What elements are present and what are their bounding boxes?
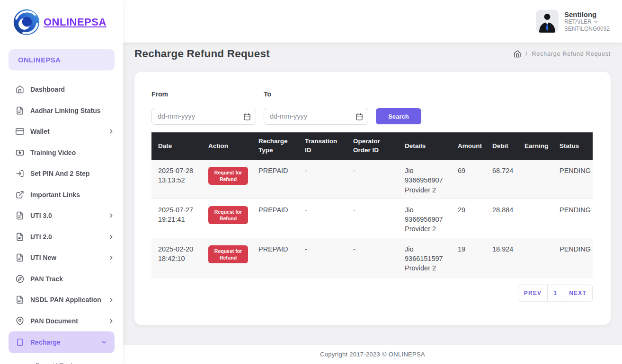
request-refund-button[interactable]: Request forRefund (208, 206, 248, 224)
sidebar-item-uti-20[interactable]: UTI 2.0 (0, 226, 123, 248)
sidebar-item-set-pin[interactable]: Set PIN And 2 Step (0, 163, 123, 184)
col-header-status: Status (553, 132, 593, 160)
cell-earning (518, 238, 553, 277)
request-refund-button[interactable]: Request forRefund (208, 245, 248, 263)
calendar-icon[interactable] (243, 113, 251, 121)
from-date-input[interactable]: dd-mm-yyyy (151, 108, 256, 125)
cell-date: 2025-07-2719:21:41 (151, 199, 202, 238)
col-header-date: Date (151, 132, 202, 160)
col-header-earning: Earning (518, 132, 553, 160)
to-label: To (264, 91, 368, 97)
cell-amount: 19 (451, 238, 486, 277)
cell-transaction-id: - (298, 160, 347, 199)
sidebar-item-label: UTI 2.0 (30, 233, 52, 241)
file-icon (16, 211, 24, 220)
sidebar-item-label: Dashboard (30, 86, 65, 93)
chevron-right-icon (108, 254, 115, 261)
refund-card: From dd-mm-yyyy To dd-mm-yyyy Search (134, 72, 611, 325)
breadcrumb-current: Recharge Refund Request (532, 51, 611, 57)
breadcrumb: / Recharge Refund Request (514, 50, 611, 58)
sidebar-item-uti-30[interactable]: UTI 3.0 (0, 205, 123, 226)
login-icon (16, 169, 24, 178)
sidebar-item-prepaid-recharge[interactable]: Prepaid Recharge (0, 357, 123, 364)
page-title: Recharge Refund Request (134, 48, 270, 60)
content: Recharge Refund Request / Recharge Refun… (123, 43, 622, 344)
col-header-recharge-type: Recharge Type (252, 132, 298, 160)
from-date-placeholder: dd-mm-yyyy (158, 113, 195, 120)
sidebar-item-aadhar-linking-status[interactable]: Aadhar Linking Status (0, 100, 123, 121)
footer: Copyright 2017-2023 © ONLINEPSA (123, 344, 622, 364)
sidebar-item-label: Recharge (30, 338, 61, 346)
next-button[interactable]: NEXT (563, 285, 593, 302)
compass-icon (16, 275, 24, 283)
chevron-down-icon[interactable] (593, 19, 599, 25)
col-header-details: Details (398, 132, 451, 160)
request-refund-button[interactable]: Request forRefund (208, 167, 248, 185)
user-menu[interactable]: Sentilong RETAILER SENTILONG0032 (536, 10, 610, 33)
breadcrumb-separator: / (525, 51, 527, 57)
document-icon (16, 338, 24, 347)
user-id: SENTILONG0032 (564, 26, 610, 33)
cell-status: PENDING (553, 160, 593, 199)
sidebar-item-pan-track[interactable]: PAN Track (0, 269, 123, 290)
cell-transaction-id: - (298, 199, 347, 238)
video-icon (16, 148, 24, 157)
sidebar-item-uti-new[interactable]: UTI New (0, 247, 123, 269)
col-header-operator-order-id: Operator Order ID (347, 132, 398, 160)
from-label: From (151, 91, 256, 97)
sidebar-item-recharge[interactable]: Recharge (9, 331, 115, 353)
sidebar-item-nsdl-pan-application[interactable]: NSDL PAN Application (0, 289, 123, 311)
cell-recharge-type: PREPAID (252, 238, 298, 277)
chevron-right-icon (108, 318, 115, 324)
sidebar-item-label: PAN Document (30, 317, 78, 325)
col-header-transaction-id: Transation ID (298, 132, 347, 160)
sidebar-item-label: Set PIN And 2 Step (30, 170, 90, 177)
sidebar-item-training-video[interactable]: Training Video (0, 142, 123, 164)
cell-date: 2025-02-2018:42:10 (151, 238, 202, 277)
logo[interactable]: ONLINEPSA (0, 0, 123, 44)
cell-action: Request forRefund (202, 199, 252, 238)
file-icon (16, 253, 24, 262)
sidebar-item-wallet[interactable]: Wallet (0, 121, 123, 142)
prev-button[interactable]: PREV (518, 285, 548, 302)
cell-action: Request forRefund (202, 160, 252, 199)
search-button[interactable]: Search (376, 108, 421, 124)
cell-status: PENDING (553, 199, 593, 238)
cell-details: Jio9366956907Provider 2 (398, 199, 451, 238)
cell-amount: 29 (451, 199, 486, 238)
cell-debit: 18.924 (486, 238, 518, 277)
sidebar-item-dashboard[interactable]: Dashboard (0, 79, 123, 100)
cell-status: PENDING (553, 238, 593, 277)
sidebar-item-label: UTI 3.0 (30, 212, 52, 219)
home-icon[interactable] (514, 50, 521, 58)
sidebar-item-label: NSDL PAN Application (30, 296, 101, 303)
user-role: RETAILER (564, 18, 592, 26)
sidebar-item-important-links[interactable]: Important Links (0, 184, 123, 206)
chevron-right-icon (108, 296, 115, 303)
sidebar-item-label: Training Video (30, 149, 76, 156)
cell-operator-order-id: - (347, 238, 398, 277)
calendar-icon[interactable] (355, 113, 363, 121)
cell-amount: 69 (451, 160, 486, 199)
cell-earning (518, 199, 553, 238)
to-date-input[interactable]: dd-mm-yyyy (264, 108, 368, 125)
cell-recharge-type: PREPAID (252, 199, 298, 238)
col-header-amount: Amount (451, 132, 486, 160)
logo-text: ONLINEPSA (44, 16, 107, 28)
sidebar-item-label: Wallet (30, 128, 50, 135)
cell-earning (518, 160, 553, 199)
sidebar-item-pan-document[interactable]: PAN Document (0, 311, 123, 332)
cell-operator-order-id: - (347, 199, 398, 238)
sidebar-item-label: Important Links (30, 191, 80, 199)
sidebar-brand-pill[interactable]: ONLINEPSA (9, 49, 115, 70)
copyright-text: Copyright 2017-2023 © ONLINEPSA (320, 351, 425, 358)
home-icon (16, 85, 24, 94)
page-number-button[interactable]: 1 (547, 285, 563, 302)
user-name: Sentilong (564, 10, 610, 18)
cell-debit: 28.884 (486, 199, 518, 238)
refund-table: Date Action Recharge Type Transation ID … (151, 132, 593, 277)
col-header-action: Action (202, 132, 252, 160)
sidebar: ONLINEPSA ONLINEPSA Dashboard Aadhar Lin… (0, 0, 123, 364)
cell-action: Request forRefund (202, 238, 252, 277)
sidebar-item-label: Prepaid Recharge (36, 362, 87, 364)
